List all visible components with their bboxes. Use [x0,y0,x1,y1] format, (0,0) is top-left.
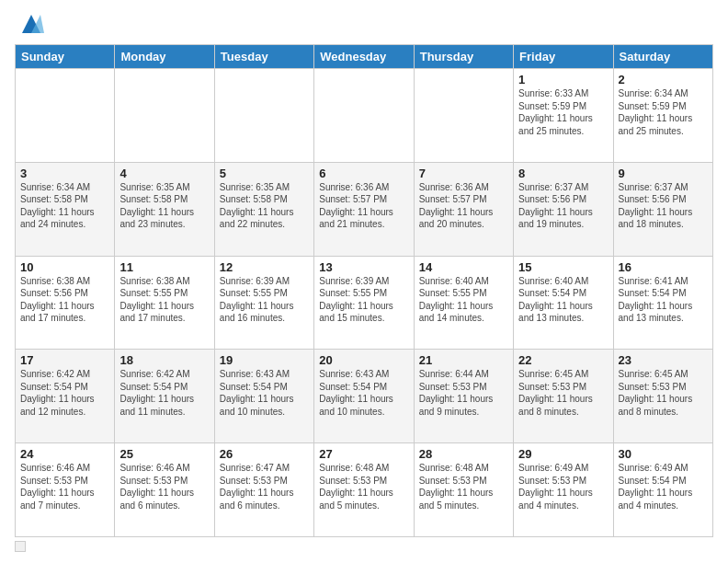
day-number: 21 [419,353,508,367]
day-info: Sunrise: 6:42 AM Sunset: 5:54 PM Dayligh… [20,368,109,418]
day-info: Sunrise: 6:45 AM Sunset: 5:53 PM Dayligh… [518,368,608,418]
day-number: 2 [619,73,708,86]
weekday-header-friday: Friday [514,45,613,69]
day-info: Sunrise: 6:46 AM Sunset: 5:53 PM Dayligh… [20,462,109,511]
day-number: 14 [419,260,508,274]
calendar-cell: 24Sunrise: 6:46 AM Sunset: 5:53 PM Dayli… [16,443,115,537]
calendar-cell: 1Sunrise: 6:33 AM Sunset: 5:59 PM Daylig… [514,69,613,163]
day-number: 16 [619,260,708,274]
day-info: Sunrise: 6:49 AM Sunset: 5:54 PM Dayligh… [619,462,708,511]
day-info: Sunrise: 6:49 AM Sunset: 5:53 PM Dayligh… [518,462,608,511]
day-number: 20 [319,353,408,367]
day-number: 17 [20,353,109,367]
calendar-cell [16,69,115,163]
calendar-cell: 11Sunrise: 6:38 AM Sunset: 5:55 PM Dayli… [115,256,214,350]
day-info: Sunrise: 6:40 AM Sunset: 5:55 PM Dayligh… [419,275,508,325]
day-info: Sunrise: 6:36 AM Sunset: 5:57 PM Dayligh… [419,181,508,231]
day-info: Sunrise: 6:37 AM Sunset: 5:56 PM Dayligh… [518,181,608,231]
day-number: 27 [319,447,408,461]
calendar-week-row: 1Sunrise: 6:33 AM Sunset: 5:59 PM Daylig… [16,69,713,163]
day-number: 24 [20,447,109,461]
day-info: Sunrise: 6:35 AM Sunset: 5:58 PM Dayligh… [220,181,309,231]
day-number: 23 [619,353,708,367]
weekday-header-saturday: Saturday [613,45,712,69]
calendar-week-row: 3Sunrise: 6:34 AM Sunset: 5:58 PM Daylig… [16,162,713,256]
logo [15,11,44,37]
day-number: 9 [619,167,708,180]
day-number: 8 [518,167,608,180]
day-number: 11 [119,260,209,274]
day-info: Sunrise: 6:41 AM Sunset: 5:54 PM Dayligh… [619,275,708,325]
day-info: Sunrise: 6:42 AM Sunset: 5:54 PM Dayligh… [119,368,209,418]
calendar-cell: 18Sunrise: 6:42 AM Sunset: 5:54 PM Dayli… [115,350,214,443]
day-number: 5 [220,167,309,180]
calendar-cell: 16Sunrise: 6:41 AM Sunset: 5:54 PM Dayli… [613,256,712,350]
calendar-cell: 27Sunrise: 6:48 AM Sunset: 5:53 PM Dayli… [314,443,414,537]
page: SundayMondayTuesdayWednesdayThursdayFrid… [0,0,728,563]
day-info: Sunrise: 6:46 AM Sunset: 5:53 PM Dayligh… [119,462,209,511]
calendar-cell [414,69,513,163]
day-info: Sunrise: 6:40 AM Sunset: 5:54 PM Dayligh… [518,275,608,325]
day-number: 3 [20,167,109,180]
day-number: 10 [20,260,109,274]
day-info: Sunrise: 6:38 AM Sunset: 5:55 PM Dayligh… [119,275,209,325]
day-number: 25 [119,447,209,461]
weekday-header-wednesday: Wednesday [314,45,414,69]
day-number: 1 [518,73,608,86]
calendar-cell: 23Sunrise: 6:45 AM Sunset: 5:53 PM Dayli… [613,350,712,443]
day-number: 6 [319,167,408,180]
calendar-cell: 7Sunrise: 6:36 AM Sunset: 5:57 PM Daylig… [414,162,513,256]
weekday-header-tuesday: Tuesday [214,45,313,69]
day-number: 12 [220,260,309,274]
footer [15,541,713,552]
logo-icon [18,11,44,37]
calendar-cell: 13Sunrise: 6:39 AM Sunset: 5:55 PM Dayli… [314,256,414,350]
calendar-cell [115,69,214,163]
calendar-cell: 10Sunrise: 6:38 AM Sunset: 5:56 PM Dayli… [16,256,115,350]
calendar-cell: 6Sunrise: 6:36 AM Sunset: 5:57 PM Daylig… [314,162,414,256]
calendar-week-row: 17Sunrise: 6:42 AM Sunset: 5:54 PM Dayli… [16,350,713,443]
day-info: Sunrise: 6:48 AM Sunset: 5:53 PM Dayligh… [419,462,508,511]
calendar-week-row: 10Sunrise: 6:38 AM Sunset: 5:56 PM Dayli… [16,256,713,350]
calendar-cell: 8Sunrise: 6:37 AM Sunset: 5:56 PM Daylig… [514,162,613,256]
day-number: 29 [518,447,608,461]
day-info: Sunrise: 6:39 AM Sunset: 5:55 PM Dayligh… [220,275,309,325]
calendar-cell: 19Sunrise: 6:43 AM Sunset: 5:54 PM Dayli… [214,350,313,443]
day-number: 7 [419,167,508,180]
day-info: Sunrise: 6:43 AM Sunset: 5:54 PM Dayligh… [319,368,408,418]
day-number: 22 [518,353,608,367]
weekday-header-thursday: Thursday [414,45,513,69]
calendar-cell: 22Sunrise: 6:45 AM Sunset: 5:53 PM Dayli… [514,350,613,443]
day-number: 19 [220,353,309,367]
header [15,11,713,37]
day-info: Sunrise: 6:33 AM Sunset: 5:59 PM Dayligh… [518,87,608,137]
weekday-header-row: SundayMondayTuesdayWednesdayThursdayFrid… [16,45,713,69]
calendar-cell: 14Sunrise: 6:40 AM Sunset: 5:55 PM Dayli… [414,256,513,350]
day-number: 28 [419,447,508,461]
calendar-cell: 26Sunrise: 6:47 AM Sunset: 5:53 PM Dayli… [214,443,313,537]
calendar-cell: 30Sunrise: 6:49 AM Sunset: 5:54 PM Dayli… [613,443,712,537]
calendar-cell [214,69,313,163]
calendar-cell: 17Sunrise: 6:42 AM Sunset: 5:54 PM Dayli… [16,350,115,443]
calendar-cell: 29Sunrise: 6:49 AM Sunset: 5:53 PM Dayli… [514,443,613,537]
day-number: 4 [119,167,209,180]
day-number: 18 [119,353,209,367]
day-info: Sunrise: 6:45 AM Sunset: 5:53 PM Dayligh… [619,368,708,418]
calendar-table: SundayMondayTuesdayWednesdayThursdayFrid… [15,44,713,537]
day-info: Sunrise: 6:47 AM Sunset: 5:53 PM Dayligh… [220,462,309,511]
calendar-cell: 5Sunrise: 6:35 AM Sunset: 5:58 PM Daylig… [214,162,313,256]
calendar-cell: 15Sunrise: 6:40 AM Sunset: 5:54 PM Dayli… [514,256,613,350]
calendar-cell: 4Sunrise: 6:35 AM Sunset: 5:58 PM Daylig… [115,162,214,256]
day-info: Sunrise: 6:37 AM Sunset: 5:56 PM Dayligh… [619,181,708,231]
weekday-header-sunday: Sunday [16,45,115,69]
day-info: Sunrise: 6:44 AM Sunset: 5:53 PM Dayligh… [419,368,508,418]
day-number: 26 [220,447,309,461]
day-info: Sunrise: 6:35 AM Sunset: 5:58 PM Dayligh… [119,181,209,231]
day-number: 30 [619,447,708,461]
day-info: Sunrise: 6:39 AM Sunset: 5:55 PM Dayligh… [319,275,408,325]
weekday-header-monday: Monday [115,45,214,69]
calendar-cell: 21Sunrise: 6:44 AM Sunset: 5:53 PM Dayli… [414,350,513,443]
calendar-cell [314,69,414,163]
calendar-cell: 25Sunrise: 6:46 AM Sunset: 5:53 PM Dayli… [115,443,214,537]
day-info: Sunrise: 6:36 AM Sunset: 5:57 PM Dayligh… [319,181,408,231]
